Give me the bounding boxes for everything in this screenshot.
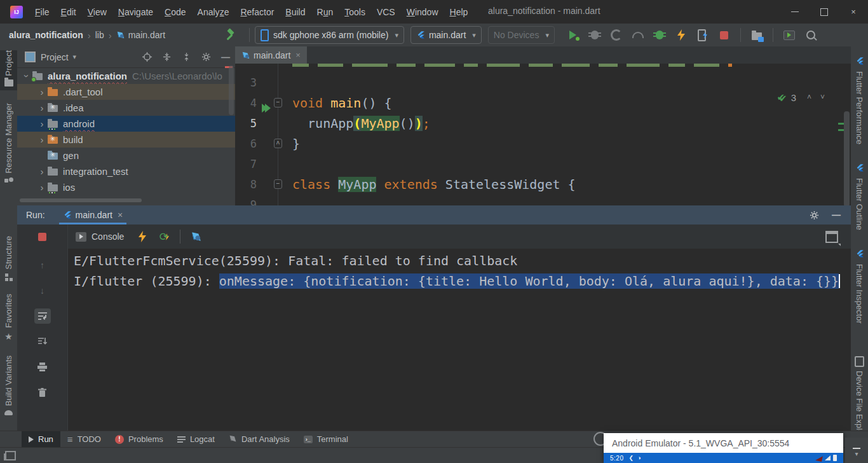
clear-console-trash-icon[interactable]: [34, 385, 51, 400]
toggle-tool-window-bars-icon[interactable]: [5, 451, 16, 460]
build-hammer-icon[interactable]: [226, 29, 238, 41]
stripe-tab-flutter-inspector[interactable]: Flutter Inspector: [851, 245, 868, 324]
tree-row-ios[interactable]: ›ios: [17, 179, 235, 195]
menu-refactor[interactable]: Refactor: [234, 4, 280, 20]
hot-reload-button[interactable]: [135, 230, 149, 244]
tool-window-button-run[interactable]: Run: [22, 431, 60, 447]
tree-row-integration_test[interactable]: ›integration_test: [17, 163, 235, 179]
tree-chevron-icon[interactable]: ›: [36, 118, 48, 129]
emulator-title-bar[interactable]: Android Emulator - 5.1_WVGA_API_30:5554: [604, 433, 843, 453]
project-panel-title[interactable]: Project: [41, 52, 69, 62]
stripe-tab-project[interactable]: Project: [0, 50, 17, 90]
run-button[interactable]: [566, 28, 580, 42]
hide-run-panel-button[interactable]: —: [832, 210, 841, 220]
stripe-tab-favorites[interactable]: Favorites★: [0, 294, 17, 345]
tree-row-android[interactable]: ›android: [17, 116, 235, 132]
soft-wrap-button[interactable]: [34, 308, 51, 324]
layout-settings-icon[interactable]: [825, 231, 838, 243]
code-line-3[interactable]: 3: [235, 73, 843, 93]
run-tab-main-dart[interactable]: main.dart ×: [59, 205, 127, 225]
tree-horizontal-scrollbar[interactable]: [20, 198, 142, 202]
tree-row-idea[interactable]: ›✳.idea: [17, 100, 235, 116]
tree-row-gen[interactable]: ✳gen: [17, 148, 235, 163]
print-button[interactable]: [34, 359, 51, 375]
menu-help[interactable]: Help: [444, 4, 474, 20]
hide-tool-window-button[interactable]: —: [221, 52, 230, 62]
breadcrumb-item[interactable]: alura_notification: [9, 30, 83, 40]
menu-navigate[interactable]: Navigate: [112, 4, 159, 20]
tree-chevron-icon[interactable]: ›: [36, 166, 48, 177]
tree-row-dart_tool[interactable]: ›.dart_tool: [17, 84, 235, 100]
menu-edit[interactable]: Edit: [55, 4, 82, 20]
search-everywhere-button[interactable]: [804, 28, 818, 42]
down-stacktrace-icon[interactable]: ↓: [34, 283, 51, 298]
settings-gear-icon[interactable]: [201, 52, 211, 62]
fold-marker-icon[interactable]: −: [274, 98, 282, 107]
tool-window-button-terminal[interactable]: ›_Terminal: [297, 431, 355, 447]
code-line-8[interactable]: 8−class MyApp extends StatelessWidget {: [235, 174, 843, 195]
stripe-tab-structure[interactable]: Structure: [0, 236, 17, 285]
breadcrumb-item[interactable]: main.dart: [128, 30, 165, 40]
tool-window-button-dart-analysis[interactable]: Dart Analysis: [222, 431, 297, 447]
hot-reload-button[interactable]: [674, 28, 688, 42]
attach-debugger-to-device-button[interactable]: [696, 28, 710, 42]
stripe-tab-flutter-outline[interactable]: Flutter Outline: [851, 160, 868, 230]
code-line-5[interactable]: 5 runApp(MyApp());: [235, 113, 843, 134]
menu-file[interactable]: File: [29, 4, 55, 20]
code-line-7[interactable]: 7: [235, 154, 843, 174]
open-devtools-dart-icon[interactable]: [189, 230, 203, 244]
expand-all-button[interactable]: [162, 52, 172, 62]
performance-profile-button[interactable]: [631, 28, 645, 42]
hot-restart-button[interactable]: ⟳: [157, 230, 171, 244]
flutter-attach-button[interactable]: [653, 28, 667, 42]
code-line-6[interactable]: 6˄}: [235, 134, 843, 154]
stop-button[interactable]: [717, 28, 731, 42]
menu-view[interactable]: View: [82, 4, 112, 20]
close-tab-icon[interactable]: ×: [118, 210, 123, 220]
locate-file-button[interactable]: [142, 52, 152, 62]
debug-button[interactable]: [588, 28, 602, 42]
tree-chevron-icon[interactable]: ›: [36, 86, 48, 97]
minimize-button[interactable]: [780, 0, 810, 24]
editor-tab-main-dart[interactable]: main.dart ×: [235, 46, 307, 64]
code-line-4[interactable]: 4−void main() {: [235, 93, 843, 113]
run-panel-settings-gear-icon[interactable]: [810, 211, 819, 220]
scroll-to-end-button[interactable]: [34, 334, 51, 349]
tree-row-build[interactable]: ›✳build: [17, 132, 235, 148]
menu-vcs[interactable]: VCS: [371, 4, 401, 20]
tree-chevron-icon[interactable]: ›: [36, 182, 48, 193]
code-area[interactable]: 34−void main() {5 runApp(MyApp());6˄}78−…: [235, 64, 851, 205]
prev-problem-icon[interactable]: ˄: [807, 93, 811, 102]
collapse-all-button[interactable]: [182, 52, 191, 62]
target-selector-dropdown[interactable]: No Devices ▾: [488, 26, 555, 44]
android-emulator-window[interactable]: Android Emulator - 5.1_WVGA_API_30:5554 …: [604, 433, 843, 463]
maximize-button[interactable]: [810, 0, 839, 24]
avd-manager-button[interactable]: [782, 28, 796, 42]
menu-window[interactable]: Window: [401, 4, 444, 20]
menu-analyze[interactable]: Analyze: [192, 4, 235, 20]
stripe-tab-build-variants[interactable]: Build Variants: [0, 356, 17, 418]
tool-window-button-problems[interactable]: !Problems: [108, 431, 170, 447]
tool-window-button-todo[interactable]: ≡TODO: [60, 431, 108, 447]
tree-vertical-scrollbar[interactable]: [229, 66, 234, 115]
menu-run[interactable]: Run: [311, 4, 339, 20]
fold-marker-icon[interactable]: −: [274, 179, 282, 189]
editor-scrollbar[interactable]: [844, 111, 850, 205]
stop-process-button[interactable]: [38, 233, 46, 241]
menu-tools[interactable]: Tools: [339, 4, 371, 20]
code-line-9[interactable]: 9: [235, 195, 843, 205]
project-structure-button[interactable]: [750, 28, 764, 42]
breadcrumb-item[interactable]: lib: [95, 30, 104, 40]
tree-chevron-icon[interactable]: ›: [36, 134, 48, 145]
console-tab[interactable]: Console: [76, 232, 124, 242]
next-problem-icon[interactable]: ˅: [820, 93, 825, 102]
inspections-widget[interactable]: ✔✔ 3 ˄ ˅: [776, 90, 829, 104]
menu-code[interactable]: Code: [159, 4, 191, 20]
stripe-tab-resource-manager[interactable]: Resource Manager: [0, 103, 17, 189]
fold-marker-icon[interactable]: ˄: [274, 139, 282, 148]
menu-build[interactable]: Build: [280, 4, 311, 20]
console-output[interactable]: E/FlutterFcmService(25599): Fatal: faile…: [68, 249, 851, 431]
profile-button[interactable]: [609, 28, 623, 42]
up-stacktrace-icon[interactable]: ↑: [34, 258, 51, 273]
tree-chevron-icon[interactable]: ›: [36, 102, 48, 113]
